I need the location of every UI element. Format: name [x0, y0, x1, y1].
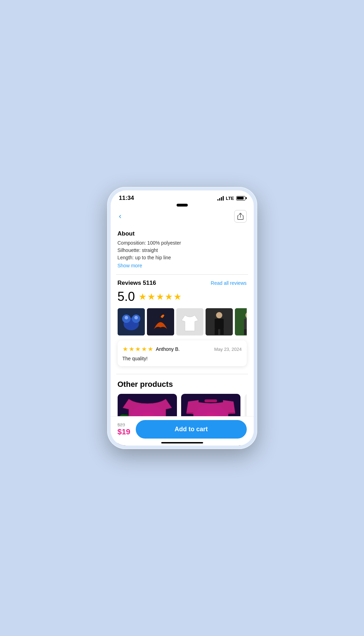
review-image-2[interactable]: [147, 308, 174, 335]
review-card: ★ ★ ★ ★ ★ Anthony B. May 23, 2024 The qu…: [118, 340, 247, 366]
about-title: About: [118, 230, 247, 237]
review-star-5: ★: [148, 345, 153, 353]
review-image-4[interactable]: [206, 308, 233, 335]
dynamic-island: [177, 204, 188, 207]
status-icons: LTE: [217, 196, 245, 201]
phone-screen: 11:34 LTE ‹: [111, 190, 254, 446]
svg-rect-62: [228, 412, 235, 414]
battery-icon: [236, 196, 245, 201]
about-line1: Composition: 100% polyester: [118, 239, 247, 247]
svg-rect-6: [147, 308, 174, 335]
other-products-title: Other products: [118, 380, 247, 389]
star-3: ★: [156, 291, 164, 302]
status-time: 11:34: [119, 195, 134, 202]
home-indicator: [161, 442, 203, 443]
read-all-reviews-button[interactable]: Read all reviews: [211, 280, 247, 286]
review-stars-name: ★ ★ ★ ★ ★ Anthony B.: [122, 345, 180, 353]
rating-row: 5.0 ★ ★ ★ ★ ★: [118, 289, 247, 304]
svg-rect-61: [186, 412, 193, 414]
share-button[interactable]: [234, 210, 247, 223]
star-2: ★: [147, 291, 155, 302]
review-images[interactable]: [118, 308, 247, 335]
rating-number: 5.0: [118, 289, 135, 304]
rating-stars: ★ ★ ★ ★ ★: [139, 291, 181, 302]
review-image-3[interactable]: [176, 308, 203, 335]
svg-rect-12: [220, 329, 224, 335]
phone-frame: 11:34 LTE ‹: [107, 187, 257, 449]
svg-point-4: [125, 316, 128, 319]
about-line2: Silhouette: straight: [118, 247, 247, 254]
bottom-original-price: $23: [118, 422, 125, 427]
about-line3: Length: up to the hip line: [118, 254, 247, 261]
star-4: ★: [165, 291, 173, 302]
review-star-2: ★: [129, 345, 134, 353]
add-to-cart-button[interactable]: Add to cart: [136, 420, 246, 439]
lte-label: LTE: [226, 196, 234, 201]
review-star-4: ★: [141, 345, 147, 353]
reviews-title: Reviews 5116: [118, 280, 156, 287]
review-star-1: ★: [122, 345, 128, 353]
svg-rect-63: [205, 399, 217, 402]
svg-rect-10: [215, 319, 224, 329]
svg-rect-11: [215, 329, 218, 335]
review-text: The quality!: [122, 356, 242, 361]
bottom-bar: $23 $19 Add to cart: [111, 416, 254, 446]
svg-point-9: [216, 312, 222, 318]
about-section: About Composition: 100% polyester Silhou…: [111, 226, 254, 274]
status-bar: 11:34 LTE: [111, 190, 254, 204]
svg-rect-15: [244, 319, 247, 329]
back-button[interactable]: ‹: [118, 210, 123, 222]
review-card-stars: ★ ★ ★ ★ ★: [122, 345, 153, 353]
star-5: ★: [173, 291, 181, 302]
signal-icon: [217, 196, 224, 201]
reviewer-name: Anthony B.: [156, 346, 180, 352]
reviews-section: Reviews 5116 Read all reviews 5.0 ★ ★ ★ …: [111, 275, 254, 374]
reviews-header: Reviews 5116 Read all reviews: [118, 280, 247, 287]
bottom-price-group: $23 $19: [118, 422, 131, 436]
review-star-3: ★: [135, 345, 141, 353]
star-1: ★: [139, 291, 147, 302]
review-image-5[interactable]: [235, 308, 247, 335]
review-image-1[interactable]: [118, 308, 145, 335]
svg-point-5: [134, 316, 138, 319]
svg-rect-16: [244, 329, 247, 335]
scroll-content[interactable]: About Composition: 100% polyester Silhou…: [111, 226, 254, 446]
review-card-header: ★ ★ ★ ★ ★ Anthony B. May 23, 2024: [122, 345, 242, 353]
nav-bar: ‹: [111, 207, 254, 226]
show-more-button[interactable]: Show more: [118, 263, 142, 268]
review-date: May 23, 2024: [214, 347, 242, 352]
bottom-sale-price: $19: [118, 427, 131, 436]
share-icon: [237, 213, 244, 220]
